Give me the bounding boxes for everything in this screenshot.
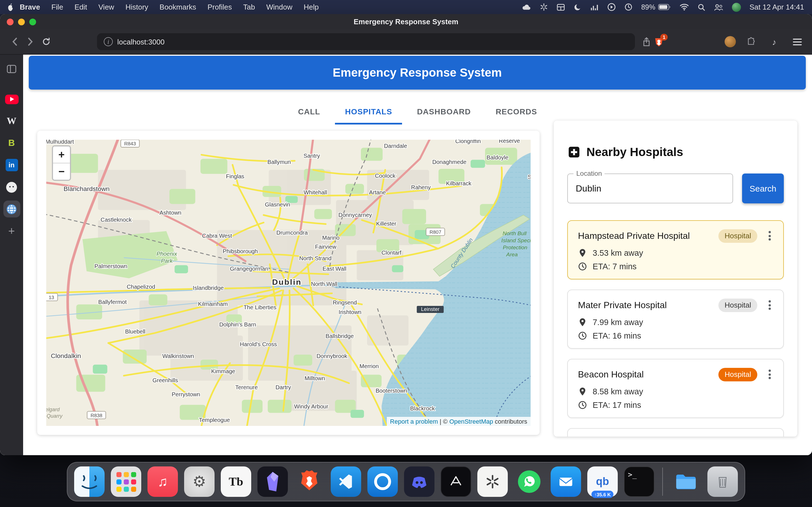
hospital-card-partial[interactable] bbox=[567, 428, 784, 437]
media-icon[interactable]: ♪ bbox=[766, 34, 782, 50]
more-options-icon[interactable] bbox=[766, 298, 773, 312]
menu-help[interactable]: Help bbox=[298, 3, 324, 11]
map-label: Perrystown bbox=[172, 391, 200, 397]
battery-indicator[interactable]: 89% bbox=[641, 3, 671, 11]
tab-hospitals[interactable]: HOSPITALS bbox=[335, 101, 402, 124]
dock-trash-icon[interactable] bbox=[707, 466, 738, 497]
dock-vscode-icon[interactable] bbox=[331, 466, 361, 497]
hospital-card[interactable]: Beacon HospitalHospital8.58 km awayETA: … bbox=[567, 359, 784, 418]
dock-discord-icon[interactable] bbox=[404, 466, 435, 497]
new-tab-plus-icon[interactable]: + bbox=[3, 223, 20, 239]
reload-button[interactable] bbox=[38, 34, 54, 50]
window-titlebar[interactable]: Emergency Response System bbox=[0, 14, 812, 29]
dock-finder-icon[interactable] bbox=[74, 466, 105, 497]
map-label: Drumcondra bbox=[276, 230, 308, 236]
bookmark-b-shortcut-icon[interactable]: B bbox=[3, 135, 20, 152]
hospital-name: Mater Private Hospital bbox=[578, 300, 667, 310]
battery-percent: 89% bbox=[641, 3, 655, 11]
share-icon[interactable] bbox=[638, 34, 654, 50]
wikipedia-shortcut-icon[interactable]: W bbox=[3, 113, 20, 129]
dock-obsidian-icon[interactable] bbox=[257, 466, 288, 497]
menu-history[interactable]: History bbox=[120, 3, 154, 11]
map-label: Castleknock bbox=[101, 217, 132, 223]
menu-edit[interactable]: Edit bbox=[69, 3, 93, 11]
spotlight-search-icon[interactable] bbox=[698, 3, 705, 11]
more-options-icon[interactable] bbox=[766, 229, 773, 243]
map-label: Marino bbox=[322, 235, 340, 241]
hospital-card[interactable]: Hampstead Private HospitalHospital3.53 k… bbox=[567, 220, 784, 279]
menubar-clock[interactable]: Sat 12 Apr 14:41 bbox=[749, 3, 804, 11]
map-label: Mulhuddart bbox=[46, 140, 74, 145]
hospital-card[interactable]: Mater Private HospitalHospital7.99 km aw… bbox=[567, 290, 784, 349]
menu-window[interactable]: Window bbox=[261, 3, 298, 11]
menu-brave[interactable]: Brave bbox=[14, 3, 46, 11]
brave-shield-icon[interactable]: 1 bbox=[654, 36, 664, 47]
tab-records[interactable]: RECORDS bbox=[486, 101, 547, 124]
dock-qbittorrent-icon[interactable]: qb↑35.6 K bbox=[587, 466, 618, 497]
menu-view[interactable]: View bbox=[93, 3, 120, 11]
browser-toolbar: i localhost:3000 1 ♪ bbox=[0, 29, 812, 55]
forward-button[interactable] bbox=[22, 34, 38, 50]
dock-devtool-icon[interactable] bbox=[441, 466, 471, 497]
menu-tab[interactable]: Tab bbox=[238, 3, 261, 11]
youtube-shortcut-icon[interactable] bbox=[3, 91, 20, 108]
grid-window-icon[interactable] bbox=[557, 3, 565, 11]
map-label: North Strand bbox=[299, 255, 331, 262]
dock-music-icon[interactable]: ♫ bbox=[147, 466, 178, 497]
moon-icon[interactable] bbox=[573, 3, 581, 11]
dock-outlook-icon[interactable] bbox=[367, 466, 398, 497]
cloud-icon[interactable] bbox=[522, 3, 531, 11]
map-label: Leinster bbox=[421, 306, 439, 312]
dublin-map[interactable]: MulhuddartDarndaleClongriffinReserveSant… bbox=[46, 140, 530, 426]
browser-sidebar: W B in + bbox=[0, 55, 24, 455]
user-avatar[interactable] bbox=[732, 3, 741, 11]
openai-icon[interactable] bbox=[540, 3, 548, 11]
dock-terminal-icon[interactable]: >_ bbox=[624, 466, 654, 497]
zoom-out-button[interactable]: − bbox=[53, 163, 70, 180]
dock-launchpad-icon[interactable] bbox=[111, 466, 141, 497]
apple-menu-icon[interactable] bbox=[7, 3, 14, 11]
dock-chatgpt-icon[interactable] bbox=[477, 466, 508, 497]
osm-link[interactable]: OpenStreetMap bbox=[449, 418, 493, 425]
map-label: Glasnevin bbox=[265, 202, 290, 208]
tab-call[interactable]: CALL bbox=[288, 101, 331, 124]
active-tab-globe-icon[interactable] bbox=[3, 201, 20, 217]
address-bar[interactable]: i localhost:3000 bbox=[97, 33, 635, 50]
map-label: Harold's Cross bbox=[240, 341, 277, 347]
map-label: Artane bbox=[369, 189, 386, 196]
map-container[interactable]: MulhuddartDarndaleClongriffinReserveSant… bbox=[46, 140, 530, 426]
map-label: Blanchardstown bbox=[64, 185, 110, 192]
dock-brave-icon[interactable] bbox=[294, 466, 324, 497]
tab-dashboard[interactable]: DASHBOARD bbox=[407, 101, 481, 124]
location-input[interactable] bbox=[568, 183, 732, 193]
menu-bookmarks[interactable]: Bookmarks bbox=[154, 3, 202, 11]
menu-hamburger-icon[interactable] bbox=[790, 34, 805, 50]
clock-icon bbox=[578, 400, 587, 409]
attribution-contributors: contributors bbox=[493, 418, 527, 425]
extensions-icon[interactable] bbox=[743, 34, 759, 50]
more-options-icon[interactable] bbox=[766, 367, 773, 381]
dock-thunderbird-icon[interactable]: Tb bbox=[221, 466, 251, 497]
dock-mail-icon[interactable] bbox=[551, 466, 581, 497]
menu-profiles[interactable]: Profiles bbox=[202, 3, 238, 11]
dock-files-icon[interactable] bbox=[671, 466, 701, 497]
history-clock-icon[interactable] bbox=[624, 3, 633, 11]
github-shortcut-icon[interactable] bbox=[3, 179, 20, 195]
profile-avatar[interactable] bbox=[725, 36, 736, 47]
site-info-icon[interactable]: i bbox=[104, 37, 113, 46]
dock-whatsapp-icon[interactable] bbox=[514, 466, 545, 497]
fast-user-switch-icon[interactable] bbox=[714, 3, 723, 11]
sidebar-toggle-icon[interactable] bbox=[3, 60, 20, 77]
activity-icon[interactable] bbox=[590, 3, 599, 11]
map-label: Grangegorman bbox=[230, 266, 268, 272]
wifi-icon[interactable] bbox=[679, 3, 689, 11]
dock-settings-icon[interactable]: ⚙ bbox=[184, 466, 214, 497]
search-button[interactable]: Search bbox=[742, 173, 784, 203]
map-attribution: Report a problem | © OpenStreetMap contr… bbox=[387, 417, 530, 426]
back-button[interactable] bbox=[7, 34, 22, 50]
play-icon[interactable] bbox=[607, 3, 616, 11]
menu-file[interactable]: File bbox=[46, 3, 69, 11]
report-problem-link[interactable]: Report a problem bbox=[390, 418, 438, 425]
linkedin-shortcut-icon[interactable]: in bbox=[3, 157, 20, 173]
zoom-in-button[interactable]: + bbox=[53, 147, 70, 163]
